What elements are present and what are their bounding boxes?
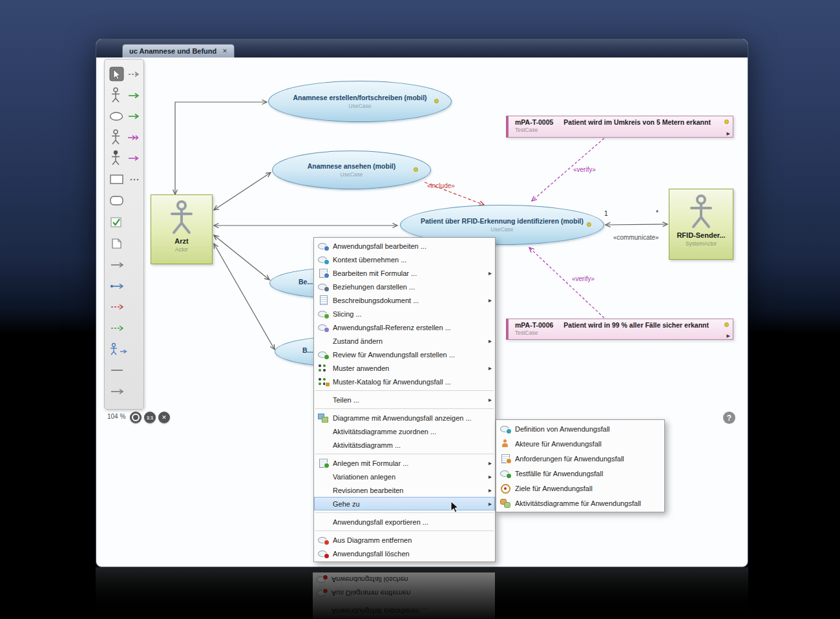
- actor-rfid-sender[interactable]: RFID-Sender... SystemActor: [669, 189, 733, 260]
- menu-item-gehe-zu[interactable]: Gehe zu▸: [314, 497, 495, 510]
- gray-arrow-tool[interactable]: [111, 263, 123, 268]
- menu-item-review-für-anwendungsfall-erstellen[interactable]: Review für Anwendungsfall erstellen ...: [314, 348, 495, 361]
- menu-item-aktivitätsdiagramme-zuordnen[interactable]: Aktivitätsdiagramme zuordnen ...: [314, 425, 495, 438]
- association-arzt-usecase2[interactable]: [214, 173, 271, 210]
- menu-item-beschreibungsdokument[interactable]: Beschreibungsdokument ...▸: [314, 293, 495, 307]
- state-dot-icon: [724, 322, 729, 327]
- actor-dark-tool[interactable]: [112, 151, 120, 165]
- gray-arrow-tool[interactable]: [111, 390, 123, 394]
- menu-item-diagramme-mit-anwendungsfall-anzeigen[interactable]: Diagramme mit Anwendungsfall anzeigen ..…: [314, 411, 495, 425]
- green-arrow-tool[interactable]: [129, 114, 138, 119]
- magenta-arrow-tool[interactable]: [129, 156, 138, 160]
- goals-icon: [500, 484, 511, 492]
- submenu-item-aktivitätsdiagramme-für-anwendungsfall[interactable]: Aktivitätsdiagramme für Anwendungsfall: [496, 496, 664, 510]
- menu-item-label: Slicing ...: [333, 310, 485, 318]
- submenu-item-definition-von-anwendungsfall[interactable]: Definition von Anwendungsfall: [496, 421, 664, 436]
- ellipse-tool[interactable]: [110, 112, 123, 120]
- menu-item-aus-diagramm-entfernen[interactable]: Aus Diagramm entfernen: [314, 533, 495, 547]
- menu-item-bearbeiten-mit-formular[interactable]: Bearbeiten mit Formular ...▸: [314, 266, 495, 280]
- submenu-arrow-icon: ▸: [485, 487, 492, 494]
- verify-dependency-bottom[interactable]: [529, 247, 604, 318]
- reflection-menu-item: Aus Diagramm entfernen: [313, 587, 495, 600]
- red-dashed-arrow-tool[interactable]: [111, 305, 123, 310]
- menu-item-label: Anwendungsfall-Referenz erstellen ...: [333, 324, 485, 331]
- menu-item-aktivitätsdiagramm[interactable]: Aktivitätsdiagramm ...: [314, 438, 495, 452]
- help-button[interactable]: ?: [723, 412, 735, 424]
- testcase-mpa-t-0005[interactable]: mPA-T-0005 Patient wird im Umkreis von 5…: [506, 116, 733, 138]
- zoom-fit-button[interactable]: [130, 412, 142, 423]
- submenu-arrow-icon: ▸: [485, 500, 492, 507]
- menu-item-label: Diagramme mit Anwendungsfall anzeigen ..…: [333, 414, 485, 422]
- zoom-close-button[interactable]: ✕: [158, 412, 170, 423]
- menu-item-muster-anwenden[interactable]: Muster anwenden▸: [314, 361, 495, 375]
- tab-close-icon[interactable]: ✕: [222, 48, 227, 54]
- menu-item-label: Muster-Katalog für Anwendungsfall ...: [333, 378, 485, 386]
- review-add-icon: [318, 350, 329, 359]
- menu-item-kontext-übernehmen[interactable]: Kontext übernehmen ...: [314, 253, 495, 266]
- blank-icon: [318, 427, 329, 435]
- menu-item-label: Anlegen mit Formular ...: [333, 459, 485, 467]
- form-add-icon: [318, 459, 329, 467]
- menu-item-slicing[interactable]: Slicing ...: [314, 307, 495, 320]
- submenu-item-ziele-für-anwendungsfall[interactable]: Ziele für Anwendungsfall: [496, 481, 664, 496]
- actor-tool[interactable]: [112, 130, 120, 144]
- reflection-separator: [314, 602, 494, 603]
- menu-item-variationen-anlegen[interactable]: Variationen anlegen▸: [314, 470, 495, 483]
- diagram-tab[interactable]: uc Anamnese und Befund ✕: [122, 44, 235, 58]
- communicate-label: «communicate»: [613, 234, 659, 241]
- menu-item-anwendungsfall-löschen[interactable]: Anwendungsfall löschen: [314, 547, 495, 560]
- more-dots-icon[interactable]: [131, 179, 139, 181]
- menu-item-teilen[interactable]: Teilen ...▸: [314, 393, 495, 406]
- multiplicity-left: 1: [604, 209, 608, 217]
- submenu-item-anforderungen-für-anwendungsfall[interactable]: Anforderungen für Anwendungsfall: [496, 451, 664, 466]
- menu-item-beziehungen-darstellen[interactable]: Beziehungen darstellen ...: [314, 280, 495, 293]
- usecase-stereotype: UseCase: [341, 171, 363, 178]
- menu-item-label: Testfälle für Anwendungsfall: [515, 470, 654, 477]
- testcase-mpa-t-0006[interactable]: mPA-T-0006 Patient wird in 99 % aller Fä…: [506, 319, 733, 340]
- submenu-arrow-icon: ▸: [485, 364, 492, 372]
- submenu-arrow-icon: ▸: [485, 269, 492, 277]
- green-arrow-tool[interactable]: [129, 94, 138, 98]
- diagrams-icon: [318, 414, 329, 422]
- menu-item-anwendungsfall-bearbeiten[interactable]: Anwendungsfall bearbeiten ...: [314, 239, 495, 253]
- menu-item-zustand-ändern[interactable]: Zustand ändern▸: [314, 334, 495, 348]
- dashed-arrow-tool[interactable]: [129, 72, 138, 77]
- reflection-menu-item: Anwendungsfall löschen: [313, 573, 495, 587]
- menu-item-anwendungsfall-referenz-erstellen[interactable]: Anwendungsfall-Referenz erstellen ...: [314, 320, 495, 334]
- activity-diagrams-icon: [500, 499, 511, 507]
- state-dot-icon: [434, 99, 439, 103]
- window-tab-bar: uc Anamnese und Befund ✕: [96, 39, 748, 58]
- submenu-item-akteure-für-anwendungsfall[interactable]: Akteure für Anwendungsfall: [496, 436, 664, 451]
- usecase-anamnese-ansehen[interactable]: Anamnese ansehen (mobil) UseCase: [272, 151, 431, 189]
- actor-figure-tool[interactable]: [112, 88, 120, 102]
- communicate-association[interactable]: [605, 224, 667, 225]
- pointer-tool[interactable]: [110, 67, 123, 81]
- document-tool[interactable]: [112, 239, 121, 248]
- document-icon: [318, 296, 329, 304]
- usecase-edit-icon: [318, 242, 329, 250]
- usecase-anamnese-erstellen[interactable]: Anamnese erstellen/fortschreiben (mobil)…: [268, 81, 452, 122]
- rounded-rectangle-tool[interactable]: [110, 196, 123, 205]
- menu-item-revisionen-bearbeiten[interactable]: Revisionen bearbeiten▸: [314, 483, 495, 497]
- menu-item-muster-katalog-für-anwendungsfall[interactable]: Muster-Katalog für Anwendungsfall ...: [314, 375, 495, 388]
- blank-icon: [318, 441, 329, 449]
- menu-item-label: Revisionen bearbeiten: [333, 487, 485, 494]
- menu-item-anwendungsfall-exportieren[interactable]: Anwendungsfall exportieren ...: [314, 515, 495, 529]
- actor-arzt[interactable]: Arzt Actor: [151, 194, 213, 264]
- blue-arrow-tool[interactable]: [110, 284, 123, 289]
- green-dashed-arrow-tool[interactable]: [111, 326, 123, 331]
- zoom-actual-button[interactable]: 1:1: [144, 412, 156, 423]
- expander-icon[interactable]: ▶: [727, 131, 730, 136]
- actors-icon: [500, 439, 511, 448]
- magenta-double-arrow-tool[interactable]: [128, 136, 138, 140]
- actor-arrow-tool[interactable]: [110, 344, 127, 355]
- expander-icon[interactable]: ▶: [727, 333, 730, 339]
- association-arzt-usecase1[interactable]: [175, 102, 267, 194]
- menu-item-anlegen-mit-formular[interactable]: Anlegen mit Formular ...▸: [314, 456, 495, 470]
- toolbar-icons: [105, 59, 143, 409]
- submenu-item-testfälle-für-anwendungsfall[interactable]: Testfälle für Anwendungsfall: [496, 466, 664, 481]
- testcase-id: mPA-T-0005: [515, 118, 553, 126]
- rectangle-tool[interactable]: [110, 175, 123, 184]
- multiplicity-right: *: [656, 209, 658, 216]
- checkbox-tool[interactable]: [111, 218, 121, 227]
